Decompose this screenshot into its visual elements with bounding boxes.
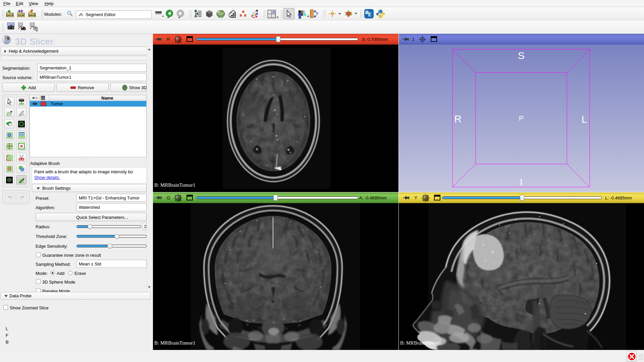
svg-text:I: I <box>520 177 523 188</box>
svg-text:L: L <box>582 114 587 125</box>
svg-text:R: R <box>454 113 462 124</box>
svg-text:P: P <box>519 114 524 122</box>
svg-text:DATA: DATA <box>6 14 13 17</box>
svg-text:DCM: DCM <box>18 14 24 17</box>
svg-text:S: S <box>518 50 525 61</box>
svg-text:SAVE: SAVE <box>29 14 36 17</box>
